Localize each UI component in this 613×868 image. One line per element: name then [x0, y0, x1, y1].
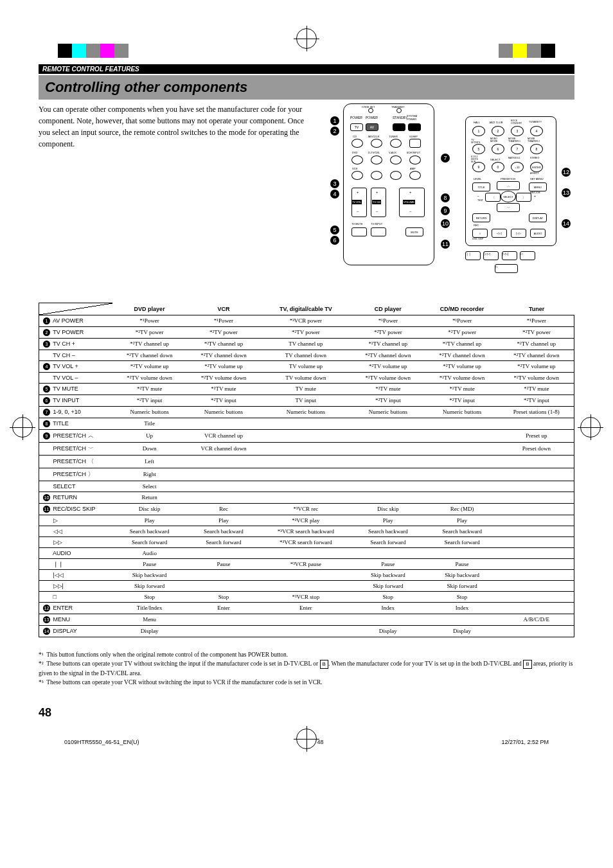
remote-body-right: 1 2 3 4 HALL JAZZ CLUB ROCKCONCERT TV/VA… — [465, 116, 556, 246]
callout-13: 13 — [562, 188, 571, 197]
footnotes: *¹ This button functions only when the o… — [39, 650, 574, 687]
table-row: 9 PRESET/CH ︿UpVCR channel upPreset up — [39, 429, 574, 442]
control-table: DVD player VCR TV, digital/cable TV CD p… — [39, 303, 574, 637]
table-row: 4 TV VOL +*²TV volume up*²TV volume upTV… — [39, 360, 574, 372]
callout-6: 6 — [330, 236, 339, 245]
remote-diagram: 1 2 3 4 5 6 7 8 9 10 11 12 13 14 TV AV P… — [330, 103, 574, 283]
col-vcr: VCR — [186, 303, 260, 315]
callout-12: 12 — [562, 168, 571, 177]
callout-1: 1 — [330, 116, 339, 125]
table-row: AUDIOAudio — [39, 547, 574, 558]
table-row: 14 DISPLAYDisplayDisplayDisplay — [39, 625, 574, 637]
table-row: 5 TV MUTE*²TV mute*²TV muteTV mute*²TV m… — [39, 383, 574, 394]
callout-3: 3 — [330, 179, 339, 188]
callout-8: 8 — [441, 193, 450, 202]
callout-10: 10 — [441, 219, 450, 228]
table-row: TV VOL –*²TV volume down*²TV volume down… — [39, 372, 574, 383]
remote-body-left: TV AV POWER POWER STANDBY SYSTEMPOWER CO… — [343, 103, 434, 265]
main-title: Controlling other components — [39, 75, 574, 100]
callout-7: 7 — [441, 154, 450, 163]
callout-11: 11 — [441, 240, 450, 249]
callout-9: 9 — [441, 206, 450, 215]
table-row: PRESET/CH ﹀DownVCR channel downPreset do… — [39, 442, 574, 455]
col-cd: CD player — [351, 303, 425, 315]
col-cdmd: CD/MD recorder — [425, 303, 499, 315]
callout-14: 14 — [562, 219, 571, 228]
table-row: 8 TITLETitle — [39, 418, 574, 429]
table-row: PRESET/CH 〈Left — [39, 455, 574, 468]
table-row: ▷▷|Skip forwardSkip forwardSkip forward — [39, 580, 574, 591]
table-row: 6 TV INPUT*²TV input*²TV inputTV input*²… — [39, 394, 574, 406]
table-row: ◁◁Search backwardSearch backward*³VCR se… — [39, 526, 574, 536]
table-row: 2 TV POWER*²TV power*²TV power*²TV power… — [39, 326, 574, 338]
intro-text: You can operate other components when yo… — [39, 103, 317, 283]
callout-5: 5 — [330, 226, 339, 235]
table-row: ❘❘PausePause*³VCR pausePausePause — [39, 558, 574, 569]
table-row: 12 ENTERTitle/IndexEnterEnterIndexIndex — [39, 602, 574, 614]
table-row: ▷▷Search forwardSearch forward*³VCR sear… — [39, 536, 574, 547]
table-row: TV CH –*²TV channel down*²TV channel dow… — [39, 350, 574, 360]
table-row: 10 RETURNReturn — [39, 492, 574, 503]
col-tuner: Tuner — [499, 303, 574, 315]
section-header: REMOTE CONTROL FEATURES — [39, 64, 574, 74]
col-tv: TV, digital/cable TV — [261, 303, 351, 315]
table-row: □StopStop*³VCR stopStopStop — [39, 591, 574, 602]
callout-4: 4 — [330, 190, 339, 199]
table-row: 7 1-9, 0, +10Numeric buttonsNumeric butt… — [39, 406, 574, 418]
table-row: SELECTSelect — [39, 481, 574, 492]
table-row: 13 MENUMenuA/B/C/D/E — [39, 614, 574, 625]
table-row: |◁◁Skip backwardSkip backwardSkip backwa… — [39, 569, 574, 580]
callout-2: 2 — [330, 127, 339, 136]
table-row: 3 TV CH +*²TV channel up*²TV channel upT… — [39, 338, 574, 350]
page-number: 48 — [39, 706, 574, 720]
table-row: 1 AV POWER*¹Power*¹Power*³VCR power*¹Pow… — [39, 315, 574, 326]
table-row: PRESET/CH 〉Right — [39, 468, 574, 481]
table-row: 11 REC/DISC SKIPDisc skipRec*³VCR recDis… — [39, 503, 574, 515]
col-dvd: DVD player — [112, 303, 186, 315]
table-row: ▷PlayPlay*³VCR playPlayPlay — [39, 515, 574, 526]
